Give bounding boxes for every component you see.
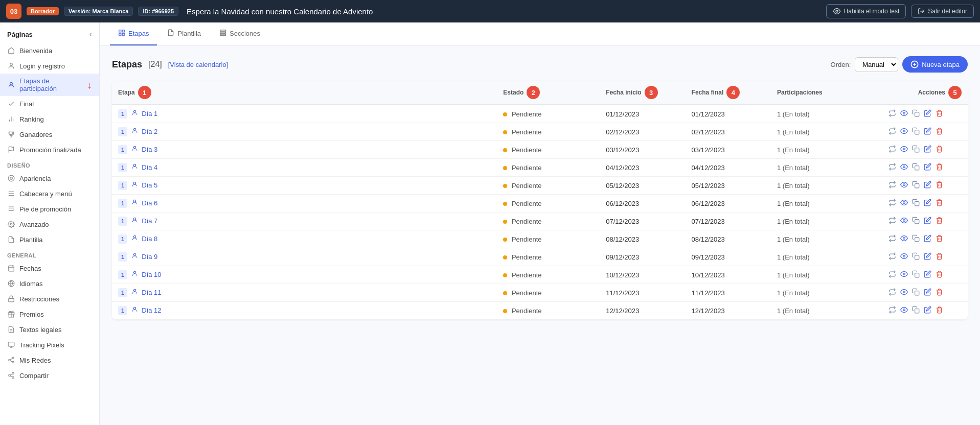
- delete-icon[interactable]: [936, 252, 943, 262]
- copy-icon[interactable]: [912, 127, 920, 136]
- tab-etapas[interactable]: Etapas: [110, 22, 157, 45]
- preview-icon[interactable]: [900, 234, 908, 244]
- copy-icon[interactable]: [912, 199, 920, 208]
- sidebar-item-mis-redes[interactable]: Mis Redes: [0, 352, 99, 368]
- preview-icon[interactable]: [900, 163, 908, 172]
- stage-name-link[interactable]: Día 12: [142, 306, 161, 314]
- transfer-icon[interactable]: [888, 252, 896, 262]
- copy-icon[interactable]: [912, 217, 920, 226]
- copy-icon[interactable]: [912, 270, 920, 279]
- sidebar-item-restricciones[interactable]: Restricciones: [0, 291, 99, 306]
- transfer-icon[interactable]: [888, 127, 896, 136]
- sidebar-item-idiomas[interactable]: Idiomas: [0, 276, 99, 291]
- orden-select[interactable]: Manual: [855, 57, 898, 72]
- transfer-icon[interactable]: [888, 163, 896, 172]
- edit-icon[interactable]: [924, 252, 931, 262]
- copy-icon[interactable]: [912, 288, 920, 297]
- edit-icon[interactable]: [924, 199, 931, 208]
- edit-icon[interactable]: [924, 109, 931, 119]
- preview-icon[interactable]: [900, 181, 908, 190]
- stage-name-link[interactable]: Día 10: [142, 271, 161, 278]
- stage-name-link[interactable]: Día 5: [142, 181, 157, 189]
- stage-name-link[interactable]: Día 3: [142, 146, 157, 153]
- sidebar-collapse-button[interactable]: ‹: [89, 30, 92, 39]
- delete-icon[interactable]: [936, 109, 943, 119]
- stage-name-link[interactable]: Día 1: [142, 110, 157, 117]
- copy-icon[interactable]: [912, 252, 920, 262]
- preview-icon[interactable]: [900, 127, 908, 136]
- copy-icon[interactable]: [912, 181, 920, 190]
- sidebar-item-cabecera[interactable]: Cabecera y menú: [0, 186, 99, 201]
- edit-icon[interactable]: [924, 288, 931, 297]
- copy-icon[interactable]: [912, 109, 920, 119]
- transfer-icon[interactable]: [888, 234, 896, 244]
- transfer-icon[interactable]: [888, 145, 896, 154]
- delete-icon[interactable]: [936, 234, 943, 244]
- edit-icon[interactable]: [924, 270, 931, 279]
- tab-secciones[interactable]: Secciones: [211, 22, 268, 45]
- transfer-icon[interactable]: [888, 217, 896, 226]
- sidebar-item-avanzado[interactable]: Avanzado: [0, 217, 99, 232]
- calendar-view-link[interactable]: [Vista de calendario]: [168, 61, 229, 68]
- delete-icon[interactable]: [936, 181, 943, 190]
- sidebar-item-ganadores[interactable]: Ganadores: [0, 127, 99, 142]
- nueva-etapa-button[interactable]: Nueva etapa: [902, 56, 968, 73]
- stage-name-link[interactable]: Día 11: [142, 289, 161, 296]
- copy-icon[interactable]: [912, 163, 920, 172]
- delete-icon[interactable]: [936, 270, 943, 279]
- sidebar-item-plantilla[interactable]: Plantilla: [0, 232, 99, 247]
- sidebar-item-compartir[interactable]: Compartir: [0, 368, 99, 383]
- edit-icon[interactable]: [924, 181, 931, 190]
- sidebar-item-textos-legales[interactable]: Textos legales: [0, 322, 99, 337]
- tab-plantilla[interactable]: Plantilla: [159, 22, 209, 45]
- delete-icon[interactable]: [936, 127, 943, 136]
- preview-icon[interactable]: [900, 270, 908, 279]
- edit-icon[interactable]: [924, 234, 931, 244]
- copy-icon[interactable]: [912, 145, 920, 154]
- copy-icon[interactable]: [912, 306, 920, 315]
- stage-name-link[interactable]: Día 6: [142, 199, 157, 207]
- sidebar-item-apariencia[interactable]: Apariencia: [0, 171, 99, 186]
- delete-icon[interactable]: [936, 306, 943, 315]
- exit-editor-button[interactable]: Salir del editor: [911, 5, 974, 18]
- delete-icon[interactable]: [936, 163, 943, 172]
- sidebar-item-final[interactable]: Final: [0, 96, 99, 111]
- preview-icon[interactable]: [900, 145, 908, 154]
- edit-icon[interactable]: [924, 145, 931, 154]
- sidebar-item-fechas[interactable]: Fechas: [0, 261, 99, 276]
- delete-icon[interactable]: [936, 199, 943, 208]
- preview-icon[interactable]: [900, 199, 908, 208]
- preview-icon[interactable]: [900, 306, 908, 315]
- transfer-icon[interactable]: [888, 109, 896, 119]
- sidebar-item-premios[interactable]: Premios: [0, 306, 99, 322]
- stage-name-link[interactable]: Día 8: [142, 235, 157, 243]
- transfer-icon[interactable]: [888, 181, 896, 190]
- stage-name-link[interactable]: Día 2: [142, 128, 157, 135]
- modo-test-button[interactable]: Habilita el modo test: [826, 4, 906, 18]
- sidebar-item-etapas[interactable]: Etapas de participación ↓: [0, 74, 99, 96]
- sidebar-item-bienvenida[interactable]: Bienvenida: [0, 43, 99, 58]
- stage-name-link[interactable]: Día 4: [142, 163, 157, 171]
- stage-name-link[interactable]: Día 7: [142, 217, 157, 225]
- delete-icon[interactable]: [936, 145, 943, 154]
- edit-icon[interactable]: [924, 217, 931, 226]
- preview-icon[interactable]: [900, 217, 908, 226]
- sidebar-item-promocion-finalizada[interactable]: Promoción finalizada: [0, 142, 99, 157]
- transfer-icon[interactable]: [888, 270, 896, 279]
- sidebar-item-ranking[interactable]: Ranking: [0, 111, 99, 127]
- stage-name-link[interactable]: Día 9: [142, 253, 157, 261]
- preview-icon[interactable]: [900, 252, 908, 262]
- preview-icon[interactable]: [900, 109, 908, 119]
- transfer-icon[interactable]: [888, 306, 896, 315]
- sidebar-item-pie[interactable]: Pie de promoción: [0, 201, 99, 217]
- preview-icon[interactable]: [900, 288, 908, 297]
- delete-icon[interactable]: [936, 288, 943, 297]
- edit-icon[interactable]: [924, 127, 931, 136]
- sidebar-item-login[interactable]: Login y registro: [0, 58, 99, 74]
- edit-icon[interactable]: [924, 306, 931, 315]
- transfer-icon[interactable]: [888, 199, 896, 208]
- transfer-icon[interactable]: [888, 288, 896, 297]
- sidebar-item-tracking-pixels[interactable]: Tracking Pixels: [0, 337, 99, 352]
- edit-icon[interactable]: [924, 163, 931, 172]
- copy-icon[interactable]: [912, 234, 920, 244]
